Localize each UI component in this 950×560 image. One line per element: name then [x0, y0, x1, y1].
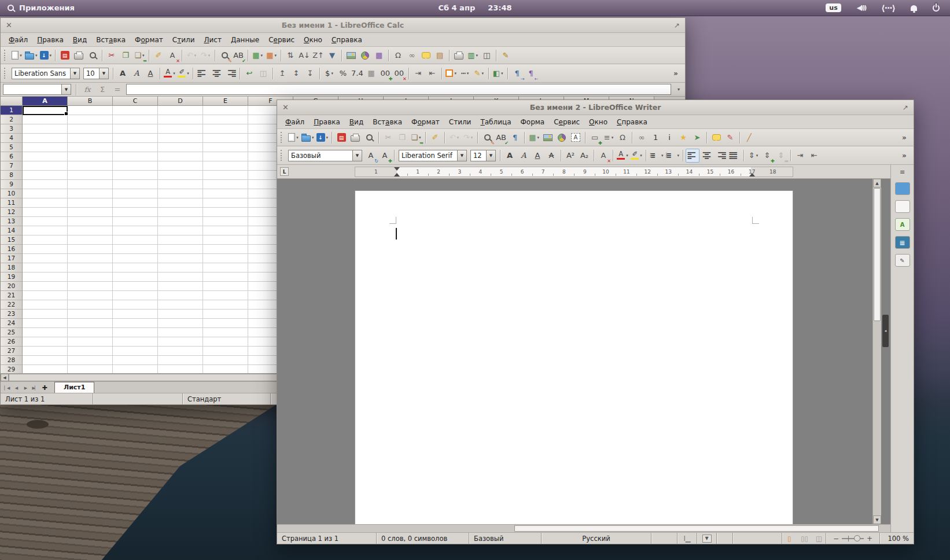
menu-Справка[interactable]: Справка	[612, 116, 652, 128]
increase-indent[interactable]: ⇥	[411, 67, 425, 80]
close-icon[interactable]: ✕	[282, 103, 289, 112]
font-name[interactable]: Liberation Sans▼	[12, 68, 80, 79]
special-character[interactable]: Ω	[616, 131, 629, 145]
paste[interactable]: ❏➥▾	[409, 131, 423, 145]
formula-input[interactable]	[126, 84, 671, 95]
formatting-marks[interactable]: ¶	[508, 131, 522, 145]
line-spacing[interactable]: ⇕▾	[746, 149, 760, 163]
underline[interactable]: A	[143, 67, 157, 80]
sort-descending[interactable]: Z↑	[311, 49, 325, 62]
menu-Сервис[interactable]: Сервис	[264, 34, 299, 46]
toolbar-grip[interactable]	[281, 150, 283, 161]
menu-Таблица[interactable]: Таблица	[476, 116, 515, 128]
border-color[interactable]: ✎▾	[472, 67, 486, 80]
toolbar-grip[interactable]	[4, 50, 7, 61]
clone-formatting[interactable]: ✐	[152, 49, 165, 62]
decrease-indent[interactable]: ⇤	[425, 67, 439, 80]
align-center[interactable]: ▬▬▬▬ ▬▬ ▬▬▬▬ ▬▬	[209, 67, 223, 80]
add-decimal[interactable]: 00✚	[378, 67, 392, 80]
scrollbar-thumb[interactable]	[514, 525, 879, 532]
toolbar-overflow[interactable]: »	[897, 131, 911, 145]
row-header-25[interactable]: 25	[1, 328, 23, 337]
sort[interactable]: ⇅	[283, 49, 297, 62]
row-header-28[interactable]: 28	[1, 356, 23, 365]
horizontal-ruler[interactable]: L 1123456789101112131415161718	[277, 165, 890, 179]
insert-hyperlink[interactable]: ∞	[635, 131, 649, 145]
status-signature[interactable]	[717, 533, 733, 544]
row-header-9[interactable]: 9	[1, 180, 23, 189]
increase-paragraph-spacing[interactable]: ⇕✚	[760, 149, 774, 163]
subscript[interactable]: A₂	[577, 149, 591, 163]
copy[interactable]: ❐	[119, 49, 132, 62]
column-header-D[interactable]: D	[158, 97, 203, 106]
insert-table[interactable]: ▦▾	[527, 131, 541, 145]
menu-Стили[interactable]: Стили	[168, 34, 200, 46]
toolbar-grip[interactable]	[4, 68, 7, 79]
print[interactable]	[72, 49, 86, 62]
autofilter[interactable]: ▼	[325, 49, 339, 62]
track-changes[interactable]: ✎	[723, 131, 737, 145]
clone-formatting[interactable]: ✐	[428, 131, 442, 145]
calc-titlebar[interactable]: ✕ Без имени 1 - LibreOffice Calc ↗	[1, 18, 685, 33]
menu-Сервис[interactable]: Сервис	[549, 116, 584, 128]
borders[interactable]: ▾	[444, 67, 458, 80]
spelling[interactable]: AB✔	[231, 49, 245, 62]
row-header-10[interactable]: 10	[1, 189, 23, 198]
function-wizard-icon[interactable]: fx	[81, 86, 94, 94]
copy[interactable]: ❐	[395, 131, 409, 145]
row-header-6[interactable]: 6	[1, 152, 23, 161]
open-file[interactable]: ▾	[300, 131, 315, 145]
numbered-list[interactable]: 1▬▬ 2▬▬ 3▬▬▾	[665, 149, 681, 163]
font-name-dropdown-icon[interactable]: ▼	[70, 68, 79, 79]
zoom-out-icon[interactable]: −	[833, 535, 839, 543]
undo[interactable]: ↶▾	[185, 49, 198, 62]
selected-cell[interactable]	[23, 106, 68, 115]
spelling[interactable]: AB✔	[494, 131, 508, 145]
row-header-21[interactable]: 21	[1, 291, 23, 300]
tab-stop-selector[interactable]: L	[280, 167, 289, 176]
paragraph-style-dropdown-icon[interactable]: ▼	[352, 150, 362, 161]
bold[interactable]: A	[503, 149, 517, 163]
status-insert-mode[interactable]	[651, 533, 677, 544]
row-header-22[interactable]: 22	[1, 300, 23, 310]
status-selection-mode[interactable]: I▁	[677, 533, 697, 544]
insert-page-break[interactable]: ▭✚	[588, 131, 602, 145]
applications-menu[interactable]: Приложения	[0, 3, 75, 12]
font-size[interactable]: 10▼	[83, 68, 109, 79]
insert-pivot-table[interactable]: ▦	[372, 49, 386, 62]
toolbar-grip[interactable]	[281, 132, 283, 143]
menu-Правка[interactable]: Правка	[32, 34, 68, 46]
italic[interactable]: A	[130, 67, 143, 80]
menu-Лист[interactable]: Лист	[199, 34, 226, 46]
align-right[interactable]: ▬▬▬▬ ▬▬ ▬▬▬▬ ▬▬	[223, 67, 237, 80]
undo[interactable]: ↶▾	[447, 131, 461, 145]
menu-Окно[interactable]: Окно	[584, 116, 612, 128]
status-page-count[interactable]: Страница 1 из 1	[277, 533, 377, 544]
sidebar-hide-handle[interactable]: ◂	[882, 315, 889, 347]
save[interactable]: ↓▾	[39, 49, 53, 62]
print[interactable]	[348, 131, 362, 145]
row-header-2[interactable]: 2	[1, 115, 23, 124]
print-preview[interactable]	[86, 49, 100, 62]
insert-row[interactable]: ▦▾	[251, 49, 264, 62]
font-size-dropdown-icon[interactable]: ▼	[99, 68, 108, 79]
status-selection-info[interactable]	[93, 393, 183, 404]
ruler-scale[interactable]: 1123456789101112131415161718	[355, 167, 793, 177]
font-name-dropdown-icon[interactable]: ▼	[457, 150, 466, 161]
row-header-13[interactable]: 13	[1, 217, 23, 226]
status-doc-modified[interactable]: ▼	[697, 533, 717, 544]
insert-footnote[interactable]: 1	[649, 131, 662, 145]
font-name[interactable]: Liberation Serif▼	[399, 150, 467, 161]
clear-formatting[interactable]: A✕	[596, 149, 610, 163]
new-style[interactable]: A✚	[378, 149, 392, 163]
align-left[interactable]: ▬▬▬▬ ▬▬ ▬▬▬▬ ▬▬	[686, 149, 699, 163]
row-header-15[interactable]: 15	[1, 235, 23, 245]
row-header-19[interactable]: 19	[1, 272, 23, 282]
network-icon[interactable]: ⟨···⟩	[881, 3, 895, 13]
first-line-indent-marker[interactable]	[394, 167, 400, 171]
sidebar-settings-icon[interactable]: ≡	[896, 168, 908, 176]
italic[interactable]: A	[517, 149, 531, 163]
wrap-text[interactable]: ↩	[242, 67, 256, 80]
zoom-in-icon[interactable]: +	[867, 535, 872, 543]
export-pdf[interactable]: ▤	[58, 49, 72, 62]
